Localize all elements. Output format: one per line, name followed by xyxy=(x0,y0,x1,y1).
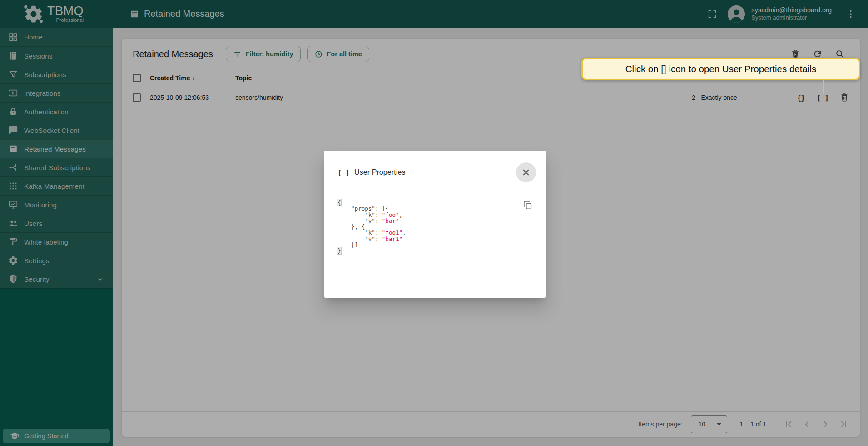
tooltip-pointer-line xyxy=(823,80,824,94)
json-code: { "props": [{ "k": "foo", "v": "bar" }, … xyxy=(337,200,532,254)
user-properties-dialog: [ ] User Properties { "props": [{ "k": "… xyxy=(324,151,546,298)
dialog-title: User Properties xyxy=(354,168,406,176)
close-dialog-button[interactable] xyxy=(516,162,536,182)
hint-tooltip: Click on [] icon to open User Properties… xyxy=(581,58,860,80)
indent-guide xyxy=(352,206,352,248)
hint-tooltip-text: Click on [] icon to open User Properties… xyxy=(625,64,816,74)
close-icon xyxy=(521,168,531,177)
copy-icon xyxy=(523,200,533,210)
json-editor: { "props": [{ "k": "foo", "v": "bar" }, … xyxy=(337,200,532,254)
dialog-header: [ ] User Properties xyxy=(337,151,532,182)
copy-button[interactable] xyxy=(520,197,536,213)
square-brackets-icon: [ ] xyxy=(337,168,349,177)
